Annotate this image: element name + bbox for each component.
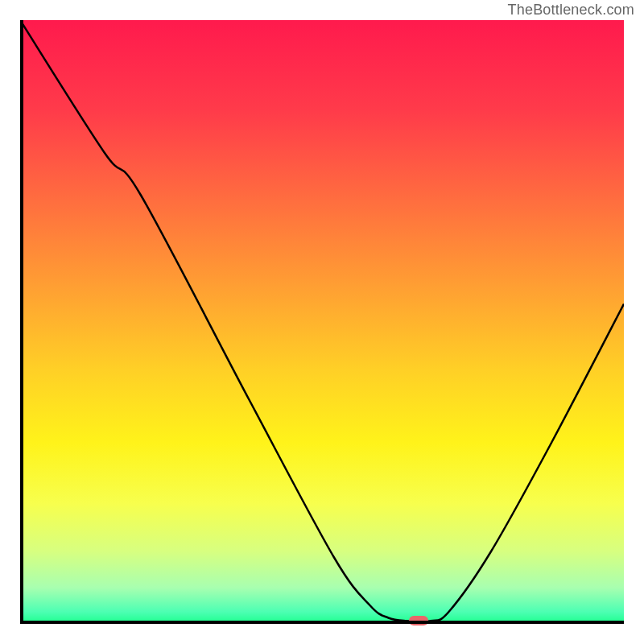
x-axis (20, 621, 624, 624)
bottleneck-curve (20, 20, 624, 621)
watermark-text: TheBottleneck.com (508, 2, 634, 19)
curve-layer (20, 20, 624, 624)
y-axis (20, 20, 23, 624)
plot-area (20, 20, 624, 624)
